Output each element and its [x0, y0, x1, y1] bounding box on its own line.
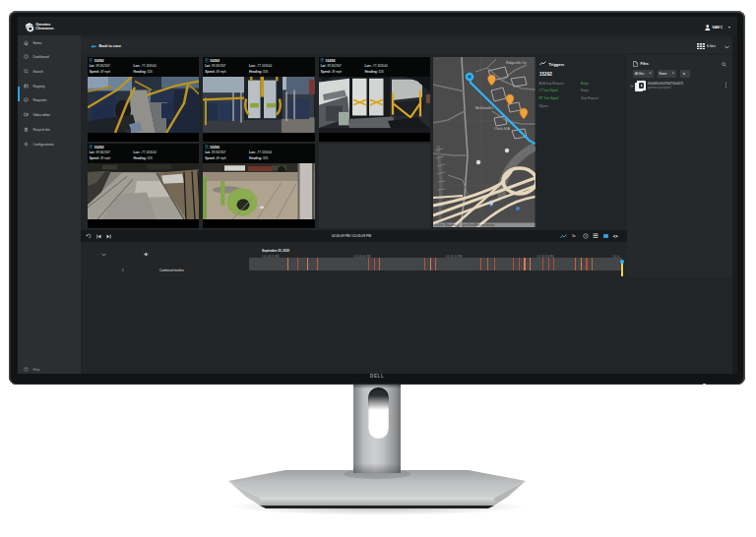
svg-text:McDonald's: McDonald's [475, 106, 493, 110]
svg-text:Ridgeville Ce: Ridgeville Ce [506, 61, 527, 65]
svg-text:Leaflet | Map data (c) OpenStr: Leaflet | Map data (c) OpenStreetMap con… [435, 223, 496, 227]
svg-text:Chick-fil-A: Chick-fil-A [494, 127, 511, 131]
